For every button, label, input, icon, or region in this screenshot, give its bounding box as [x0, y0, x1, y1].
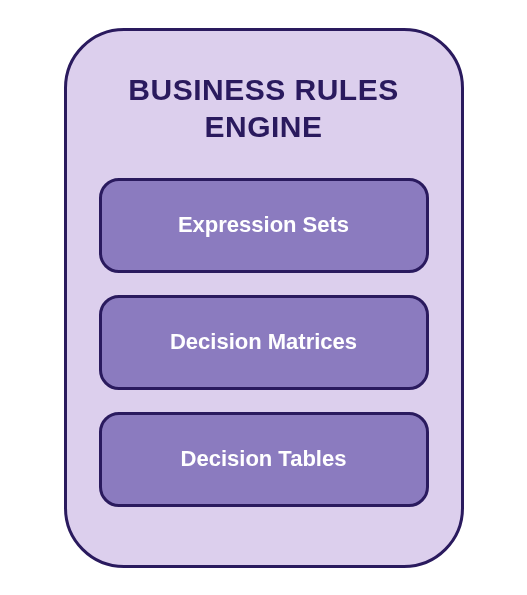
component-expression-sets: Expression Sets	[99, 178, 429, 273]
component-decision-matrices: Decision Matrices	[99, 295, 429, 390]
component-label: Expression Sets	[178, 212, 349, 238]
business-rules-engine-container: BUSINESS RULES ENGINE Expression Sets De…	[64, 28, 464, 568]
component-label: Decision Tables	[181, 446, 347, 472]
component-decision-tables: Decision Tables	[99, 412, 429, 507]
engine-title: BUSINESS RULES ENGINE	[97, 71, 431, 146]
component-label: Decision Matrices	[170, 329, 357, 355]
